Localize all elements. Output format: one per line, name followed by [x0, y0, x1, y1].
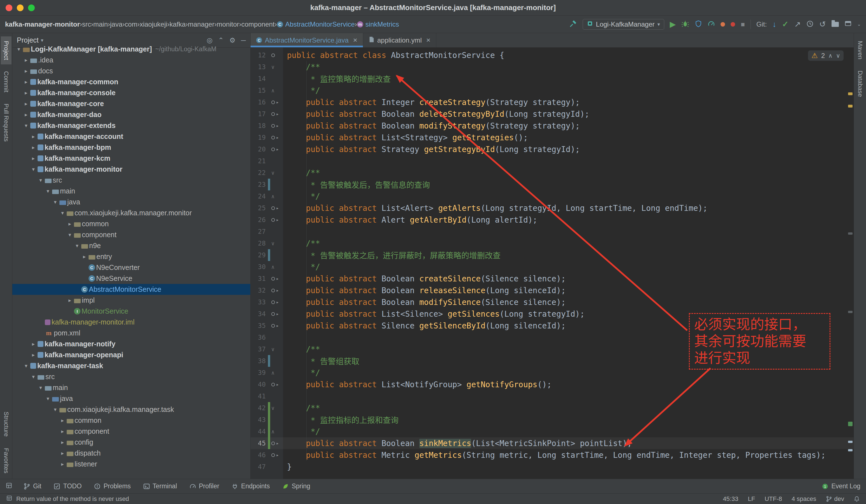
fold-down-icon[interactable]: ∨ [271, 170, 274, 175]
fold-up-icon[interactable]: ∧ [271, 429, 274, 434]
tree-item[interactable]: ▸kafka-manager-account [12, 131, 250, 142]
tree-item[interactable]: ▾kafka-manager-extends [12, 120, 250, 131]
code-line-13[interactable]: 13∨ /** [251, 61, 854, 73]
stripe-mark[interactable] [848, 441, 853, 443]
stripe-mark[interactable] [848, 92, 853, 95]
settings-gear-icon[interactable]: ⚙ [229, 36, 235, 44]
tree-item[interactable]: ▾com.xiaojukeji.kafka.manager.monitor [12, 207, 250, 218]
chevron-right-icon[interactable]: ▸ [80, 253, 89, 260]
tree-item[interactable]: ▸config [12, 437, 250, 448]
line-number[interactable]: 12 [251, 51, 267, 59]
sidebar-item-maven[interactable]: Maven [855, 36, 865, 64]
code-line-32[interactable]: 32▸ public abstract Boolean releaseSilen… [251, 285, 854, 296]
rollback-button[interactable]: ↺ [819, 21, 826, 28]
code-line-18[interactable]: 18▸ public abstract Boolean modifyStrate… [251, 120, 854, 131]
chevron-down-icon[interactable]: ▾ [36, 177, 45, 183]
fold-up-icon[interactable]: ∧ [271, 88, 274, 93]
code-line-21[interactable]: 21 [251, 155, 854, 167]
tree-item[interactable]: ▾java [12, 197, 250, 207]
line-number[interactable]: 17 [251, 110, 267, 118]
override-marker-icon[interactable]: ▸ [276, 441, 279, 446]
line-number[interactable]: 45 [251, 439, 267, 447]
error-stripe[interactable] [848, 48, 853, 479]
chevron-down-icon[interactable]: ▾ [29, 166, 37, 172]
stripe-mark[interactable] [848, 232, 853, 234]
code-line-26[interactable]: 26▸ public abstract Alert getAlertById(L… [251, 214, 854, 226]
code-line-12[interactable]: 12public abstract class AbstractMonitorS… [251, 49, 854, 61]
line-number[interactable]: 42 [251, 404, 267, 412]
chevron-right-icon[interactable]: ▸ [22, 112, 30, 118]
chevron-right-icon[interactable]: ▸ [29, 352, 37, 358]
override-marker-icon[interactable]: ▸ [276, 312, 279, 317]
code-line-44[interactable]: 44∧ */ [251, 426, 854, 437]
indent-setting[interactable]: 4 spaces [791, 495, 816, 503]
chevron-right-icon[interactable]: ▸ [58, 417, 67, 424]
tree-item[interactable]: ▸docs [12, 66, 250, 77]
sidebar-item-structure[interactable]: Structure [1, 407, 11, 441]
implemented-marker-icon[interactable] [271, 101, 275, 104]
implemented-marker-icon[interactable] [271, 383, 275, 386]
coverage-button[interactable] [695, 20, 702, 28]
code-line-20[interactable]: 20▸ public abstract Strategy getStrategy… [251, 144, 854, 155]
override-marker-icon[interactable]: ▸ [276, 276, 279, 281]
tree-item[interactable]: kafka-manager-monitor.iml [12, 317, 250, 328]
chevron-down-icon[interactable]: ▾ [58, 210, 67, 216]
stripe-mark[interactable] [848, 105, 853, 107]
line-number[interactable]: 27 [251, 228, 267, 235]
caret-position[interactable]: 45:33 [723, 495, 738, 503]
line-number[interactable]: 19 [251, 134, 267, 141]
close-window-button[interactable] [5, 4, 12, 11]
tab-application-yml[interactable]: application.yml× [363, 33, 436, 47]
override-marker-icon[interactable]: ▸ [276, 112, 279, 116]
chevron-right-icon[interactable]: ▸ [66, 221, 74, 227]
chevron-down-icon[interactable]: ▾ [44, 188, 52, 194]
tree-item[interactable]: ▸kafka-manager-core [12, 98, 250, 109]
sidebar-item-pull-requests[interactable]: Pull Requests [1, 99, 11, 146]
tree-item[interactable]: mpom.xml [12, 328, 250, 339]
tree-item[interactable]: CN9eConverter [12, 262, 250, 273]
run-config-selector[interactable]: Logi-KafkaManager ▾ [582, 19, 664, 30]
toolwindow-button-git[interactable]: Git [24, 482, 41, 490]
next-problem-button[interactable]: ∨ [836, 53, 840, 59]
breadcrumb-item[interactable]: kafka [169, 21, 186, 28]
breadcrumb-item[interactable]: src [82, 21, 91, 28]
code-line-41[interactable]: 41 [251, 390, 854, 402]
fold-down-icon[interactable]: ∨ [271, 405, 274, 411]
line-number[interactable]: 39 [251, 369, 267, 376]
tree-item[interactable]: ▸common [12, 218, 250, 229]
sidebar-item-database[interactable]: Database [855, 66, 865, 101]
toolwindow-button-endpoints[interactable]: Endpoints [232, 482, 270, 490]
code-line-31[interactable]: 31▸ public abstract Boolean createSilenc… [251, 273, 854, 285]
fold-down-icon[interactable]: ∨ [271, 347, 274, 352]
chevron-down-icon[interactable]: ▾ [29, 374, 37, 380]
code-line-47[interactable]: 47} [251, 461, 854, 473]
fold-up-icon[interactable]: ∧ [271, 370, 274, 376]
override-marker-icon[interactable]: ▸ [276, 288, 279, 293]
override-marker-icon[interactable]: ▸ [276, 100, 279, 105]
implemented-marker-icon[interactable] [271, 312, 275, 316]
tree-item[interactable]: ▾com.xiaojukeji.kafka.manager.task [12, 404, 250, 415]
code-line-16[interactable]: 16▸ public abstract Integer createStrate… [251, 96, 854, 108]
tree-item[interactable]: ▸kafka-manager-console [12, 87, 250, 98]
chevron-right-icon[interactable]: ▸ [58, 450, 67, 456]
chevron-down-icon[interactable]: ⌄ [857, 22, 861, 27]
prev-problem-button[interactable]: ∧ [828, 53, 832, 59]
minimize-window-button[interactable] [17, 4, 24, 11]
line-number[interactable]: 43 [251, 416, 267, 423]
profiler-button[interactable] [708, 20, 715, 28]
chevron-right-icon[interactable]: ▸ [58, 461, 67, 467]
line-number[interactable]: 21 [251, 157, 267, 165]
sidebar-item-project[interactable]: Project [1, 36, 11, 65]
line-separator[interactable]: LF [748, 495, 755, 503]
tree-item[interactable]: ▾n9e [12, 240, 250, 251]
fold-down-icon[interactable]: ∨ [271, 65, 274, 70]
override-marker-icon[interactable]: ▸ [276, 453, 279, 458]
code-line-22[interactable]: 22∨ /** [251, 167, 854, 179]
chevron-right-icon[interactable]: ▸ [29, 144, 37, 151]
hide-panel-button[interactable]: ─ [241, 36, 246, 44]
code-line-15[interactable]: 15∧ */ [251, 84, 854, 96]
profiler-dot-icon[interactable] [721, 22, 725, 26]
debug-button[interactable] [681, 20, 689, 29]
tree-item[interactable]: ▸kafka-manager-dao [12, 109, 250, 120]
git-commit-button[interactable]: ✓ [782, 21, 788, 28]
